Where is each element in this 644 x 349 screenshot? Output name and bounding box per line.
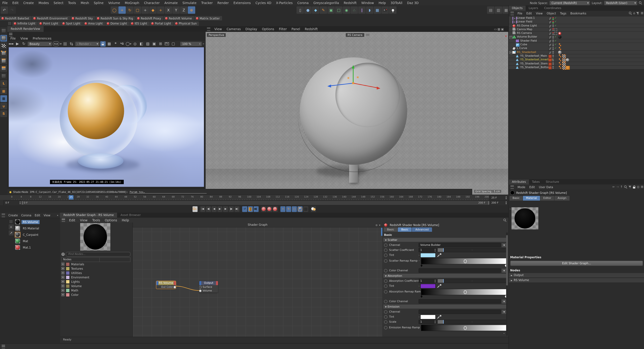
tweak-mode-icon[interactable] — [0, 72, 7, 79]
menu-character[interactable]: Character — [142, 1, 162, 4]
open-material-button[interactable]: ↗ — [8, 230, 14, 236]
layout-split-icon[interactable]: ▥ — [495, 6, 502, 14]
object-row-shader-field[interactable]: Shader Field✓ — [509, 39, 644, 43]
shader-search-icon[interactable] — [504, 219, 506, 222]
visibility-dot[interactable] — [552, 51, 554, 52]
object-row-rs-camera[interactable]: RS Camera — [509, 32, 644, 35]
viewport-menu-redshift[interactable]: Redshift — [302, 27, 320, 31]
live-selection-icon[interactable]: ◯ — [111, 6, 118, 14]
button-point-light[interactable]: Point Light — [38, 21, 60, 26]
scatter-remap-ramp[interactable] — [421, 258, 506, 264]
menu-redshift[interactable]: Redshift — [341, 1, 359, 4]
emission-scale-input[interactable]: 1▲▼ — [418, 320, 437, 324]
drag-handle-icon[interactable] — [8, 22, 12, 25]
region-icon[interactable]: ◯▼ — [126, 41, 131, 46]
redo-icon[interactable]: ↷ — [8, 6, 16, 14]
object-menu-bookmarks[interactable]: Bookmarks — [568, 12, 588, 15]
tab-basic-2[interactable]: Basic — [398, 228, 412, 232]
node-output[interactable]: Output Surface Volume — [199, 281, 218, 292]
category-materials[interactable]: Materials — [62, 262, 130, 266]
button-matrix-scatter[interactable]: Matrix Scatter — [194, 16, 222, 20]
cloner-icon[interactable]: ∴ — [350, 6, 358, 14]
dots-tag-icon[interactable] — [558, 62, 561, 65]
range-start-spinner[interactable]: 0 F▲▼ — [3, 200, 22, 206]
visibility-dot[interactable] — [552, 36, 554, 37]
keyframe-selection-icon[interactable] — [303, 206, 308, 212]
end-frame-spinner[interactable]: 200 F▲▼ — [489, 200, 508, 206]
button-redshift-bakeset[interactable]: Redshift BakeSet — [0, 16, 32, 20]
object-menu-view[interactable]: View — [534, 12, 544, 15]
visibility-dot[interactable] — [552, 68, 554, 69]
polygon-mode-icon[interactable] — [0, 65, 7, 72]
autokey-icon[interactable] — [192, 206, 198, 212]
tab-basic[interactable]: Basic — [510, 196, 522, 200]
instance-icon[interactable]: □ — [335, 6, 342, 14]
tab-attributes[interactable]: Attributes — [509, 180, 529, 184]
visibility-dot[interactable] — [552, 47, 554, 48]
renderview-menu-file[interactable]: File — [8, 36, 18, 40]
eyedropper-icon[interactable] — [438, 315, 442, 319]
aov-select[interactable]: Beauty▼ — [28, 42, 52, 46]
layer-toggle[interactable] — [548, 32, 552, 35]
menu-modes[interactable]: Modes — [36, 1, 51, 4]
visibility-dot[interactable] — [552, 22, 554, 24]
layer-toggle[interactable] — [548, 66, 552, 70]
object-row-ys-shaderball-main[interactable]: YS_Shaderball_Main — [509, 54, 644, 58]
renderview-menu-view[interactable]: View — [18, 36, 30, 40]
category-color[interactable]: Color — [62, 292, 130, 297]
material-c-carpaint[interactable]: C_Carpaint — [15, 232, 59, 238]
layer-toggle[interactable] — [548, 55, 552, 58]
button-area-light[interactable]: Area Light — [83, 21, 105, 26]
viewport-menu-view[interactable]: View — [212, 27, 224, 31]
visibility-dot[interactable] — [552, 45, 554, 46]
eyedropper-icon[interactable] — [438, 253, 442, 257]
button-redshift-environment[interactable]: Redshift Environment — [32, 16, 70, 20]
model-mode-icon[interactable] — [0, 35, 7, 42]
workplane-mode-icon[interactable]: ▦ — [0, 88, 7, 94]
volume-port[interactable] — [199, 290, 202, 292]
button-ies-light[interactable]: IES Light — [130, 21, 150, 26]
collapse-icon[interactable]: ⌄ — [509, 207, 511, 210]
expand-plus-icon[interactable] — [62, 289, 64, 292]
expander-icon[interactable] — [509, 51, 512, 54]
camera-icon[interactable] — [381, 6, 389, 14]
crop-icon[interactable] — [68, 41, 74, 46]
object-menu-tags[interactable]: Tags — [558, 12, 568, 15]
attribute-menu-mode[interactable]: Mode — [516, 185, 527, 189]
menu-tools[interactable]: Tools — [66, 1, 78, 4]
visibility-dot[interactable] — [552, 40, 554, 41]
dots-tag-icon[interactable] — [558, 66, 561, 69]
menu-extensions[interactable]: Extensions — [231, 1, 253, 4]
record-rotation-icon[interactable]: ↻ — [286, 206, 291, 212]
tab-structure[interactable]: Structure — [543, 180, 562, 184]
object-row-ys-shaderball-stem[interactable]: YS_Shaderball_Stem — [509, 62, 644, 66]
port-icon[interactable] — [384, 320, 388, 324]
port-icon[interactable] — [384, 284, 388, 288]
lock-z-axis-icon[interactable]: Z — [180, 6, 188, 14]
visibility-dot[interactable] — [552, 38, 554, 38]
material-mat-1[interactable]: Mat.1 — [15, 244, 59, 250]
edit-shader-graph-button[interactable]: Edit Shader Graph... — [510, 260, 643, 266]
back-icon[interactable]: ← — [612, 185, 615, 188]
scatter-channel-dropdown-icon[interactable]: ▼ — [502, 243, 506, 247]
spline-pen-icon[interactable]: ✎ — [320, 6, 327, 14]
playhead[interactable]: 25 — [69, 195, 74, 200]
film-icon[interactable] — [248, 206, 253, 212]
object-axis-icon[interactable]: ◆ — [149, 6, 157, 14]
lock-y-axis-icon[interactable]: Y — [172, 6, 180, 14]
material-hamburger-icon[interactable] — [2, 214, 5, 217]
paint-bucket-icon[interactable]: ▯ — [296, 6, 304, 14]
refresh-icon[interactable]: ↻ — [21, 41, 26, 46]
tab-layers[interactable]: Layers — [526, 6, 541, 11]
rgb-channel-select[interactable]: RGB — [53, 41, 59, 46]
shader-menu-edit[interactable]: Edit — [67, 218, 78, 222]
greysphere-tag-icon[interactable] — [566, 58, 569, 62]
dither-icon[interactable] — [62, 41, 68, 46]
record-position-icon[interactable]: + — [280, 206, 285, 212]
drag-handle-icon[interactable] — [10, 220, 13, 224]
tab-assign[interactable]: Assign — [554, 196, 569, 200]
dots-tag-icon[interactable] — [558, 47, 561, 50]
button-infinite-light[interactable]: Infinite Light — [12, 21, 38, 26]
checker-tag-icon[interactable] — [562, 66, 566, 70]
visibility-dot[interactable] — [552, 18, 554, 20]
